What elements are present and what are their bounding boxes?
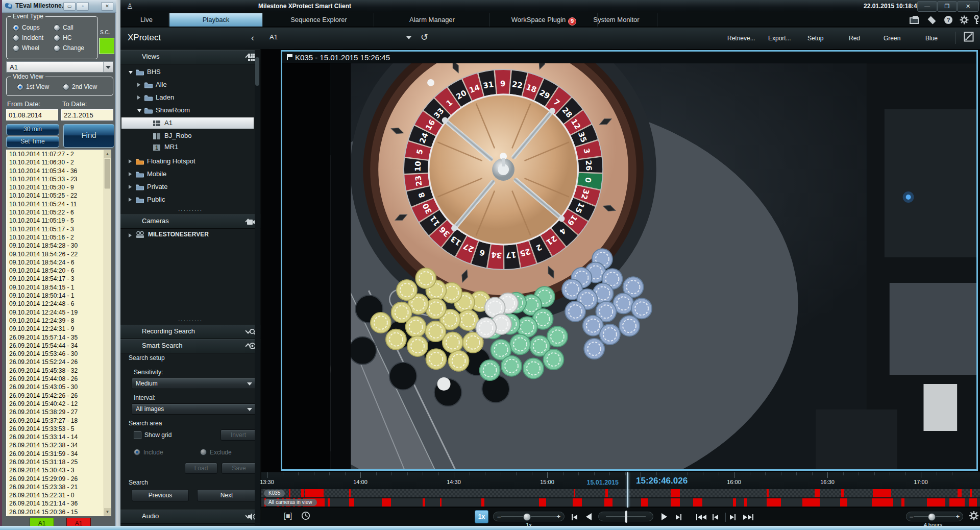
timeline-settings-gear-icon[interactable] (969, 511, 979, 521)
event-list-item[interactable]: 26.09.2014 15:32:38 - 34 (7, 441, 111, 449)
invert-button[interactable]: Invert (220, 429, 256, 441)
from-date-input[interactable] (6, 109, 58, 121)
scroll-down-arrow[interactable]: ▼ (104, 508, 111, 516)
collapse-arrow-icon[interactable] (137, 109, 141, 114)
exclude-radio[interactable] (200, 449, 207, 455)
radio-1st-view[interactable] (17, 84, 23, 90)
play-reverse-button[interactable] (586, 513, 592, 520)
event-list-item[interactable]: 09.10.2014 18:54:17 - 3 (7, 275, 111, 283)
event-list-item[interactable]: 09.10.2014 12:24:39 - 8 (7, 317, 111, 325)
window-maximize-button[interactable]: ❐ (937, 1, 957, 12)
help-icon[interactable]: ? (944, 16, 952, 24)
event-list-item[interactable]: 10.10.2014 11:07:27 - 2 (7, 150, 111, 158)
event-list-item[interactable]: 26.09.2014 15:40:42 - 12 (7, 400, 111, 408)
event-list-item[interactable]: 26.09.2014 15:20:36 - 15 (7, 508, 111, 516)
event-list-scrollbar[interactable]: ▲ ▼ (104, 150, 111, 516)
login-key-icon[interactable] (973, 15, 980, 25)
event-list-item[interactable]: 09.10.2014 18:54:20 - 6 (7, 267, 111, 275)
event-list-item[interactable]: 10.10.2014 11:05:22 - 6 (7, 208, 111, 216)
expand-arrow-icon[interactable] (129, 159, 132, 163)
event-list-item[interactable]: 10.10.2014 11:05:19 - 5 (7, 216, 111, 225)
event-list-item[interactable]: 26.09.2014 15:42:26 - 26 (7, 392, 111, 400)
tab-system-monitor[interactable]: System Monitor (576, 13, 657, 27)
event-list-item[interactable]: 10.10.2014 11:05:16 - 2 (7, 233, 111, 242)
event-list-item[interactable]: 10.10.2014 11:05:30 - 9 (7, 183, 111, 191)
toolbar-action-blue[interactable]: Blue (925, 35, 938, 42)
event-list-item[interactable]: 26.09.2014 15:37:27 - 18 (7, 417, 111, 425)
radio-hc[interactable] (54, 35, 60, 41)
event-list-item[interactable]: 26.09.2014 15:53:46 - 30 (7, 350, 111, 358)
tab-sequence-explorer[interactable]: Sequence Explorer (264, 13, 374, 27)
tab-alarm-manager[interactable]: Alarm Manager (375, 13, 489, 27)
shuttle-slider[interactable] (598, 512, 653, 521)
scroll-thumb[interactable] (105, 159, 110, 188)
event-list-item[interactable]: 26.09.2014 15:22:31 - 0 (7, 491, 111, 499)
event-list-item[interactable]: 26.09.2014 15:23:38 - 21 (7, 483, 111, 491)
event-list-item[interactable]: 26.09.2014 15:38:29 - 27 (7, 408, 111, 416)
expand-arrow-icon[interactable] (129, 185, 132, 189)
load-button[interactable]: Load (185, 463, 217, 474)
collapse-pane-icon[interactable]: ‹ (251, 33, 254, 43)
playback-mode-badge[interactable]: 1x (475, 510, 488, 523)
find-button[interactable]: Find (63, 124, 114, 148)
timeline-zoom-slider[interactable]: –+ (906, 512, 963, 521)
event-list-item[interactable]: 26.09.2014 15:45:38 - 32 (7, 367, 111, 375)
event-list-item[interactable]: 09.10.2014 18:50:14 - 1 (7, 292, 111, 300)
event-list-item[interactable]: 09.10.2014 12:24:45 - 19 (7, 308, 111, 317)
event-list-item[interactable]: 26.09.2014 15:52:24 - 26 (7, 358, 111, 366)
window-close-button[interactable]: ✕ (957, 1, 979, 12)
next-image-button[interactable] (676, 514, 681, 520)
event-list-item[interactable]: 26.09.2014 15:33:53 - 5 (7, 425, 111, 433)
thirty-min-button[interactable]: 30 min (6, 124, 59, 135)
radio-coups[interactable] (13, 25, 19, 31)
plugin-restore-button[interactable]: ▫ (77, 2, 89, 11)
table-select-arrow[interactable] (103, 62, 113, 72)
plugin-minimize-button[interactable]: ▭ (63, 2, 76, 11)
toolbar-action-setup[interactable]: Setup (807, 35, 823, 42)
event-list-item[interactable]: 10.10.2014 11:05:24 - 11 (7, 200, 111, 208)
search-previous-button[interactable]: Previous (132, 489, 189, 501)
workspace-toggle-icon[interactable] (910, 17, 919, 24)
settings-gear-icon[interactable] (960, 15, 969, 25)
previous-image-button[interactable] (572, 514, 577, 520)
event-list-item[interactable]: 09.10.2014 18:54:24 - 6 (7, 258, 111, 267)
expand-arrow-icon[interactable] (137, 95, 140, 100)
event-list-item[interactable]: 09.10.2014 12:24:31 - 9 (7, 325, 111, 333)
radio-incident[interactable] (13, 35, 19, 41)
set-time-button[interactable]: Set Time (6, 136, 59, 148)
event-list-item[interactable]: 26.09.2014 15:44:08 - 26 (7, 375, 111, 383)
event-list-item[interactable]: 10.10.2014 11:05:33 - 23 (7, 175, 111, 183)
event-list-item[interactable]: 26.09.2014 15:29:09 - 26 (7, 475, 111, 483)
tree-item-a1[interactable]: A1 (121, 117, 254, 129)
shuttle-knob[interactable] (625, 511, 627, 523)
table-select[interactable]: A1 (6, 61, 113, 73)
event-list-item[interactable]: 10.10.2014 11:05:17 - 3 (7, 225, 111, 233)
camera-select-dropdown[interactable]: A1 (263, 31, 416, 45)
plugin-close-button[interactable]: ✕ (101, 2, 113, 11)
toolbar-action-green[interactable]: Green (884, 35, 900, 42)
event-list-item[interactable]: 26.09.2014 15:33:14 - 14 (7, 433, 111, 441)
last-sequence-button[interactable] (743, 514, 753, 520)
sidebar-scrollbar[interactable] (255, 50, 260, 529)
event-list-item[interactable]: 26.09.2014 15:31:59 - 34 (7, 450, 111, 458)
event-list-item[interactable]: 26.09.2014 15:43:05 - 30 (7, 383, 111, 391)
event-list-item[interactable]: 09.10.2014 12:24:48 - 6 (7, 300, 111, 308)
event-list-item[interactable]: 09.10.2014 18:54:26 - 22 (7, 250, 111, 258)
event-list-item[interactable]: 10.10.2014 11:05:34 - 36 (7, 167, 111, 175)
section-resize-handle[interactable]: ......... (120, 205, 260, 212)
timeline-track-camera[interactable]: K035 (261, 489, 980, 498)
fullscreen-expand-icon[interactable] (964, 32, 974, 42)
radio-call[interactable] (54, 25, 60, 31)
tab-live[interactable]: Live (125, 13, 168, 27)
event-list-item[interactable]: 09.10.2014 18:54:28 - 30 (7, 242, 111, 250)
event-result-list[interactable]: 10.10.2014 11:07:27 - 210.10.2014 11:06:… (6, 150, 111, 516)
expand-arrow-icon[interactable] (137, 83, 140, 87)
event-list-item[interactable]: 10.10.2014 11:06:30 - 2 (7, 158, 111, 166)
interval-dropdown[interactable]: All images (132, 403, 256, 415)
expand-arrow-icon[interactable] (129, 172, 132, 176)
event-list-item[interactable]: 09.10.2014 18:54:15 - 1 (7, 283, 111, 292)
search-next-button[interactable]: Next (197, 489, 256, 501)
event-list-item[interactable]: 26.09.2014 15:31:18 - 25 (7, 458, 111, 466)
scroll-up-arrow[interactable]: ▲ (104, 150, 111, 158)
sensitivity-dropdown[interactable]: Medium (132, 378, 256, 389)
